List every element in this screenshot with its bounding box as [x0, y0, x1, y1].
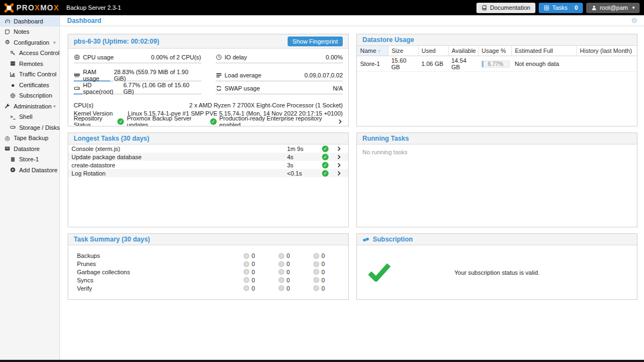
- task-row[interactable]: Log Rotation <0.1s ✓: [68, 169, 348, 177]
- task-row[interactable]: create-datastore 3s ✓: [68, 161, 348, 169]
- sidebar-item-store-1[interactable]: Store-1: [0, 154, 59, 165]
- task-row[interactable]: Update package database 4s ✓: [68, 153, 348, 161]
- task-summary-title: Task Summary (30 days): [74, 236, 150, 243]
- chevron-right-icon[interactable]: [337, 119, 343, 124]
- gears-icon: ⚙: [3, 39, 11, 46]
- refresh-icon: [216, 85, 222, 92]
- cpu-usage-stat: CPU usage 0.00% of 2 CPU(s): [74, 53, 201, 64]
- sidebar-item-certificates[interactable]: ● Certificates: [0, 80, 59, 90]
- chevron-right-icon[interactable]: [336, 146, 345, 152]
- ram-usage-stat: RAM usage 28.83% (559.79 MiB of 1.90 GiB…: [74, 71, 201, 82]
- column-header-name[interactable]: Name ↑: [357, 46, 388, 56]
- summary-row-garbage-collections[interactable]: Garbage collections ×0 !0 ✓0: [68, 268, 348, 276]
- subscription-status-text: Your subscription status is valid.: [357, 269, 637, 276]
- hdd-icon: [9, 124, 17, 130]
- sidebar-item-subscription[interactable]: Subscription: [0, 90, 59, 101]
- sidebar-item-configuration[interactable]: ⚙ Configuration ▾: [0, 37, 59, 48]
- no-running-tasks-text: No running tasks: [357, 144, 637, 160]
- check-circle-icon: ✓: [117, 118, 124, 125]
- node-status-panel: pbs-6-30 (Uptime: 00:02:09) Show Fingerp…: [68, 34, 349, 126]
- column-header-size[interactable]: Size: [388, 46, 418, 56]
- summary-row-backups[interactable]: Backups ×0 !0 ✓0: [68, 252, 348, 260]
- check-circle-icon: ✓: [322, 170, 329, 177]
- chevron-right-icon[interactable]: [336, 162, 345, 168]
- sidebar-item-shell[interactable]: >_ Shell: [0, 112, 59, 123]
- column-header-history[interactable]: History (last Month): [576, 46, 637, 56]
- task-row[interactable]: Console (xterm.js) 1m 9s ✓: [68, 144, 348, 153]
- sort-asc-icon: ↑: [378, 49, 380, 54]
- usage-bar: 6.77%: [481, 61, 510, 68]
- hd-space-stat: HD space(root) 6.77% (1.06 GB of 15.60 G…: [74, 84, 201, 95]
- error-circle-icon: ×: [243, 277, 249, 283]
- sidebar-item-tape-backup[interactable]: ◎ Tape Backup: [0, 133, 59, 144]
- summary-row-prunes[interactable]: Prunes ×0 !0 ✓0: [68, 260, 348, 268]
- sidebar-item-remotes[interactable]: Remotes: [0, 58, 59, 69]
- check-circle-icon: ✓: [322, 154, 329, 160]
- sidebar-item-storage-disks[interactable]: Storage / Disks: [0, 122, 59, 133]
- memory-icon: [74, 72, 80, 79]
- documentation-button[interactable]: Documentation: [476, 3, 535, 13]
- cell-history: [576, 56, 637, 72]
- warning-circle-icon: !: [278, 261, 284, 267]
- chart-icon: [9, 71, 17, 77]
- sidebar-item-traffic-control[interactable]: Traffic Control: [0, 69, 59, 80]
- collapse-caret-icon[interactable]: ▾: [53, 104, 56, 109]
- chevron-right-icon[interactable]: [336, 171, 345, 176]
- main-content: Dashboard ⚙ pbs-6-30 (Uptime: 00:02:09) …: [61, 15, 644, 360]
- chevron-right-icon[interactable]: [336, 154, 345, 160]
- sidebar-item-notes[interactable]: Notes: [0, 27, 59, 38]
- plus-circle-icon: [9, 167, 17, 173]
- column-header-used[interactable]: Used: [418, 46, 448, 56]
- column-header-usage[interactable]: Usage %: [478, 46, 511, 56]
- error-circle-icon: ×: [243, 269, 249, 275]
- error-circle-icon: ×: [243, 285, 249, 291]
- load-average-stat: Load average 0.09,0.07,0.02: [216, 71, 343, 82]
- tasks-count-badge: 0: [575, 4, 578, 11]
- note-icon: [3, 29, 11, 35]
- summary-row-syncs[interactable]: Syncs ×0 !0 ✓0: [68, 276, 348, 284]
- summary-row-verify[interactable]: Verify ×0 !0 ✓0: [68, 284, 348, 292]
- book-icon: [481, 5, 487, 11]
- certificate-icon: ●: [9, 82, 17, 88]
- sidebar-item-access-control[interactable]: Access Control: [0, 48, 59, 59]
- dashboard-icon: [3, 18, 11, 25]
- sidebar-item-datastore[interactable]: Datastore: [0, 143, 59, 154]
- task-summary-panel: Task Summary (30 days) Backups ×0 !0 ✓0 …: [68, 233, 349, 300]
- cell-estimated-full: Not enough data: [511, 56, 576, 72]
- sidebar: Dashboard Notes ⚙ Configuration ▾ Access…: [0, 15, 60, 360]
- column-header-available[interactable]: Available: [448, 46, 478, 56]
- terminal-icon: >_: [9, 114, 17, 119]
- repository-status-row: Repository Status ✓ Proxmox Backup Serve…: [74, 117, 343, 125]
- subscription-title: Subscription: [373, 236, 413, 243]
- datastore-table-header: Name ↑ Size Used Available Usage % Estim…: [357, 46, 637, 56]
- datastore-table-row[interactable]: Store-1 15.60 GB 1.06 GB 14.54 GB 6.77% …: [357, 56, 637, 72]
- warning-circle-icon: !: [278, 277, 284, 283]
- check-circle-icon: ✓: [322, 146, 329, 152]
- hdd-icon: [74, 85, 80, 92]
- tape-icon: ◎: [3, 135, 11, 142]
- page-title: Dashboard: [67, 17, 102, 25]
- proxmox-logo: PROXMOX Backup Server 2.3-1: [4, 3, 121, 13]
- chevron-down-icon: ▾: [632, 5, 635, 10]
- cell-name: Store-1: [357, 56, 388, 72]
- archive-icon: [3, 146, 11, 152]
- cell-size: 15.60 GB: [388, 56, 418, 72]
- collapse-caret-icon[interactable]: ▾: [53, 40, 56, 45]
- tasks-button[interactable]: Tasks 0: [539, 3, 583, 13]
- sidebar-item-add-datastore[interactable]: Add Datastore: [0, 165, 59, 176]
- ok-circle-icon: ✓: [313, 285, 319, 291]
- show-fingerprint-button[interactable]: Show Fingerprint: [288, 37, 343, 46]
- load-lines-icon: [216, 72, 222, 79]
- server-list-icon: [9, 61, 17, 67]
- check-circle-icon: ✓: [322, 162, 329, 168]
- warning-circle-icon: !: [278, 253, 284, 259]
- check-circle-icon: ✓: [210, 118, 217, 125]
- sidebar-item-dashboard[interactable]: Dashboard: [0, 16, 59, 27]
- ok-circle-icon: ✓: [313, 261, 319, 267]
- column-header-estimated-full[interactable]: Estimated Full: [511, 46, 576, 56]
- database-icon: [9, 156, 17, 162]
- user-menu-button[interactable]: root@pam ▾: [586, 3, 640, 13]
- dashboard-settings-gear-icon[interactable]: ⚙: [631, 16, 637, 25]
- ok-circle-icon: ✓: [313, 269, 319, 275]
- sidebar-item-administration[interactable]: Administration ▾: [0, 101, 59, 112]
